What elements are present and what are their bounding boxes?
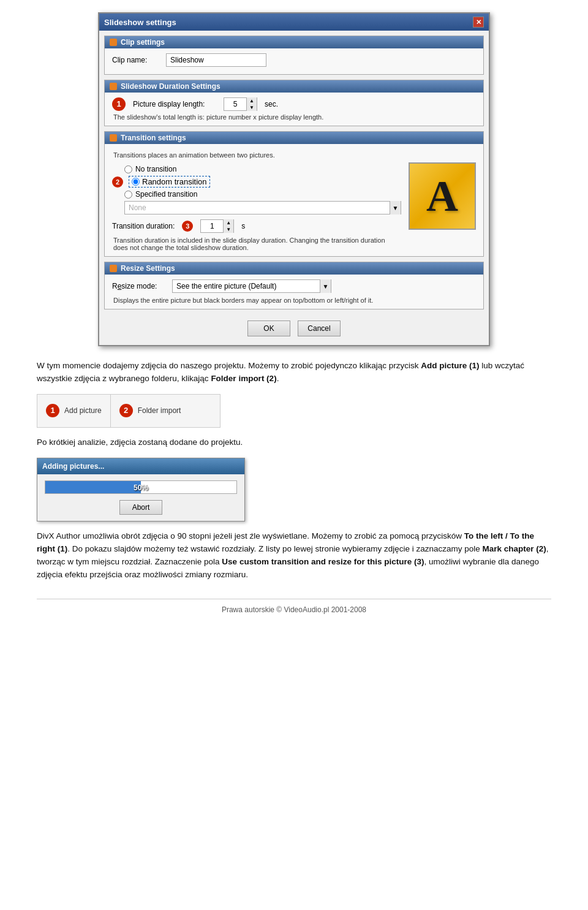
resize-settings-header: Resize Settings [105,262,483,275]
add-picture-btn-item: 1 Add picture [37,395,111,427]
transition-dropdown-arrow[interactable]: ▼ [390,201,401,214]
transition-preview: A [409,162,476,230]
transition-dropdown-row: None ▼ [124,201,401,214]
section-icon [110,134,117,142]
resize-mode-dropdown[interactable]: See the entire picture (Default) ▼ [172,279,331,293]
random-transition-selected: Random transition [129,176,210,188]
dialog-title: Slideshow settings [104,18,176,27]
prose-para3: DivX Author umożliwia obrót zdjęcia o 90… [37,530,551,582]
transition-duration-label: Transition duration: [112,222,175,230]
progress-bar: 50% [45,480,237,494]
resize-mode-label: Resize mode: [112,282,167,290]
btn1-num: 1 [46,404,59,417]
transition-settings-header: Transition settings [105,132,483,144]
clip-settings-section: Clip settings Clip name: [104,36,484,75]
step-2-num: 2 [112,176,123,188]
progress-percent: 50% [45,482,236,494]
no-transition-label: No transition [135,165,176,173]
prose-para2: Po krótkiej analizie, zdjęcia zostaną do… [37,436,551,449]
progress-dialog: Adding pictures... 50% Abort [37,458,245,522]
step-3-num: 3 [182,221,193,232]
no-transition-row: No transition [124,165,401,173]
footer: Prawa autorskie © VideoAudio.pl 2001-200… [37,599,551,614]
spinner-up[interactable]: ▲ [247,97,257,104]
transition-preview-letter: A [426,171,458,222]
transition-intro: Transitions places an animation between … [113,151,476,159]
duration-info: The slideshow's total length is: picture… [113,113,476,121]
spinner-arrows-2[interactable]: ▲ ▼ [223,219,233,233]
transition-settings-body: Transitions places an animation between … [105,144,483,256]
section-icon [110,83,117,90]
resize-settings-section: Resize Settings Resize mode: See the ent… [104,262,484,309]
specified-transition-label: Specified transition [135,190,197,199]
folder-import-btn-item: 2 Folder import [111,395,190,427]
spinner-arrows[interactable]: ▲ ▼ [246,97,257,111]
transition-options-left: No transition 2 Random transition [112,162,401,251]
dialog-titlebar: Slideshow settings ✕ [99,13,489,31]
duration-settings-body: 1 Picture display length: ▲ ▼ sec. The s… [105,93,483,126]
resize-dropdown-arrow[interactable]: ▼ [320,279,331,293]
resize-settings-body: Resize mode: See the entire picture (Def… [105,275,483,309]
spinner-down[interactable]: ▼ [247,104,257,111]
dialog-body: Clip settings Clip name: Slideshow Durat… [99,31,489,345]
display-length-spinner[interactable]: ▲ ▼ [224,97,257,111]
transition-settings-section: Transition settings Transitions places a… [104,131,484,257]
display-length-value[interactable] [224,98,246,110]
prose-content: W tym momencie dodajemy zdjęcia do nasze… [37,360,551,582]
transition-duration-row: Transition duration: 3 ▲ ▼ s [112,219,401,233]
resize-mode-row: Resize mode: See the entire picture (Def… [112,279,476,293]
display-length-unit: sec. [265,100,278,108]
transition-duration-spinner[interactable]: ▲ ▼ [200,219,234,233]
transition-duration-value[interactable] [201,220,223,232]
clip-settings-body: Clip name: [105,48,483,74]
prose-para1: W tym momencie dodajemy zdjęcia do nasze… [37,360,551,385]
dialog-close-button[interactable]: ✕ [473,17,484,28]
display-length-row: 1 Picture display length: ▲ ▼ sec. [112,97,476,111]
random-transition-label: Random transition [142,177,207,186]
footer-text: Prawa autorskie © VideoAudio.pl 2001-200… [222,605,366,614]
clip-name-label: Clip name: [112,56,161,64]
display-length-label: Picture display length: [133,100,219,108]
progress-body: 50% Abort [37,474,244,521]
progress-titlebar: Adding pictures... [37,458,244,475]
transition-duration-unit: s [241,222,245,230]
resize-mode-value: See the entire picture (Default) [173,282,320,290]
random-transition-row: 2 Random transition [112,176,401,188]
spinner-down-2[interactable]: ▼ [224,226,233,233]
transition-dropdown[interactable]: None ▼ [124,201,401,214]
clip-name-row: Clip name: [112,53,476,67]
transition-dropdown-value: None [125,203,390,212]
btn2-label: Folder import [138,405,181,417]
dialog-buttons: OK Cancel [104,314,484,340]
duration-settings-section: Slideshow Duration Settings 1 Picture di… [104,80,484,126]
slideshow-settings-dialog: Slideshow settings ✕ Clip settings Clip … [98,12,490,346]
btn2-num: 2 [119,404,133,417]
random-transition-radio[interactable] [132,178,140,186]
clip-settings-header: Clip settings [105,36,483,48]
cancel-button[interactable]: Cancel [298,320,341,336]
section-icon [110,265,117,272]
no-transition-radio[interactable] [124,165,132,173]
specified-transition-radio[interactable] [124,191,132,199]
transition-info-2: Transition duration is included in the s… [113,237,401,251]
abort-button[interactable]: Abort [119,500,162,515]
clip-name-input[interactable] [166,53,266,67]
section-icon [110,39,117,46]
transition-content: No transition 2 Random transition [112,162,476,251]
duration-settings-header: Slideshow Duration Settings [105,80,483,93]
resize-info: Displays the entire picture but black bo… [113,297,476,304]
step-1-num: 1 [112,97,126,111]
buttons-image: 1 Add picture 2 Folder import [37,394,221,428]
ok-button[interactable]: OK [247,320,290,336]
specified-transition-row: Specified transition [124,190,401,199]
btn1-label: Add picture [64,405,102,417]
spinner-up-2[interactable]: ▲ [224,219,233,226]
